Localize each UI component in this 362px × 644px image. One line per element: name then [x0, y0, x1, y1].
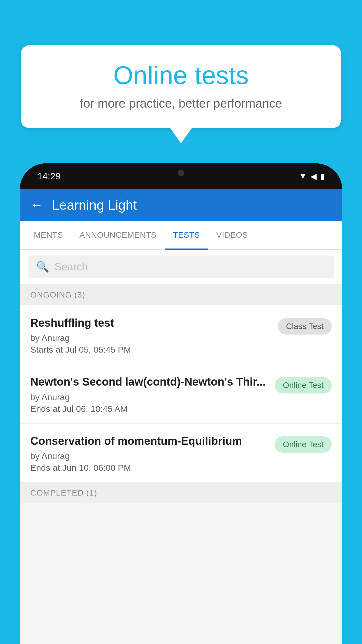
phone-time: 14:29	[37, 171, 61, 182]
test-item[interactable]: Reshuffling test by Anurag Starts at Jul…	[20, 305, 342, 364]
test-name: Newton's Second law(contd)-Newton's Thir…	[30, 375, 268, 389]
test-badge-online-2: Online Test	[275, 436, 332, 453]
test-info: Conservation of momentum-Equilibrium by …	[30, 434, 268, 473]
tab-ments[interactable]: MENTS	[26, 221, 71, 249]
phone-frame: 14:29 ▼ ◀ ▮ ← Learning Light MENTS ANNOU…	[20, 163, 342, 644]
search-icon: 🔍	[36, 261, 49, 273]
search-container: 🔍 Search	[20, 250, 342, 284]
phone-notch	[164, 163, 198, 179]
phone-camera	[178, 170, 184, 176]
test-info: Reshuffling test by Anurag Starts at Jul…	[30, 316, 271, 355]
ongoing-section-header: ONGOING (3)	[20, 284, 342, 305]
test-name: Conservation of momentum-Equilibrium	[30, 434, 268, 448]
test-author: by Anurag	[30, 392, 268, 402]
test-name: Reshuffling test	[30, 316, 271, 330]
search-placeholder: Search	[55, 261, 88, 273]
phone-status-icons: ▼ ◀ ▮	[299, 172, 325, 181]
app-header: ← Learning Light	[20, 189, 342, 221]
test-info: Newton's Second law(contd)-Newton's Thir…	[30, 375, 268, 414]
status-bar: 14:29 ▼ ◀ ▮	[20, 163, 342, 189]
test-badge-online: Online Test	[275, 377, 332, 393]
battery-icon: ▮	[320, 172, 325, 181]
test-badge-class: Class Test	[278, 318, 332, 335]
test-item[interactable]: Newton's Second law(contd)-Newton's Thir…	[20, 364, 342, 423]
search-bar[interactable]: 🔍 Search	[28, 256, 334, 278]
test-item[interactable]: Conservation of momentum-Equilibrium by …	[20, 424, 342, 482]
test-time: Starts at Jul 05, 05:45 PM	[30, 345, 271, 355]
test-time: Ends at Jun 10, 06:00 PM	[30, 463, 268, 473]
bubble-title: Online tests	[38, 61, 324, 90]
app-title: Learning Light	[52, 197, 137, 213]
test-author: by Anurag	[30, 451, 268, 461]
speech-bubble: Online tests for more practice, better p…	[21, 45, 341, 128]
bubble-subtitle: for more practice, better performance	[38, 97, 324, 111]
tab-announcements[interactable]: ANNOUNCEMENTS	[71, 221, 165, 249]
back-button[interactable]: ←	[30, 198, 43, 212]
tab-tests[interactable]: TESTS	[165, 221, 208, 249]
tab-videos[interactable]: VIDEOS	[208, 221, 256, 249]
signal-icon: ◀	[310, 172, 317, 181]
test-author: by Anurag	[30, 333, 271, 343]
tabs-bar: MENTS ANNOUNCEMENTS TESTS VIDEOS	[20, 221, 342, 250]
wifi-icon: ▼	[299, 172, 307, 181]
completed-section-header: COMPLETED (1)	[20, 482, 342, 503]
app-screen: ← Learning Light MENTS ANNOUNCEMENTS TES…	[20, 189, 342, 644]
test-time: Ends at Jul 06, 10:45 AM	[30, 404, 268, 414]
